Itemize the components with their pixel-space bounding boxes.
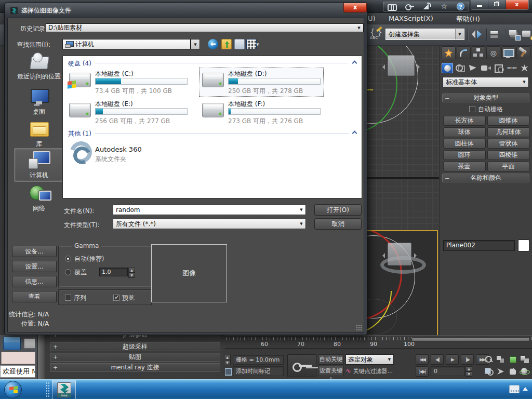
set-keys-button[interactable] xyxy=(287,354,316,377)
object-name-field[interactable]: Plane002 xyxy=(443,240,515,251)
mirror-icon[interactable] xyxy=(471,29,483,41)
drive-icon[interactable] xyxy=(69,103,91,117)
view-menu-icon[interactable] xyxy=(246,39,257,49)
dialog-titlebar[interactable]: 选择位图图像文件 xyxy=(10,6,71,15)
menu-help[interactable]: 帮助(H) xyxy=(456,15,480,24)
pan-hand-icon[interactable] xyxy=(507,366,518,377)
next-frame-button[interactable]: ||▶ xyxy=(461,354,474,365)
sidebar-item-recent-places[interactable]: 最近访问的位置 xyxy=(14,51,64,81)
resize-grip[interactable] xyxy=(356,325,362,331)
setup-button[interactable]: 设置... xyxy=(12,261,57,272)
tray-show-hidden-icon[interactable] xyxy=(523,387,528,391)
auto-key-button[interactable]: 自动关键点 xyxy=(318,354,344,365)
help-icon[interactable]: ? xyxy=(457,3,464,10)
minimize-button[interactable] xyxy=(471,0,488,9)
tab-display[interactable] xyxy=(501,46,515,59)
button-sphere[interactable]: 球体 xyxy=(443,127,486,137)
viewport-layout-icon[interactable] xyxy=(483,366,495,377)
primitive-category-dropdown[interactable]: 标准基本体 ▼ xyxy=(443,77,529,87)
drive-name[interactable]: 本地磁盘 (C:) xyxy=(95,70,134,78)
dialog-close-button[interactable]: x xyxy=(343,3,367,12)
rollout-mental-ray[interactable]: +mental ray 连接 xyxy=(50,363,220,372)
selection-filter-dropdown[interactable]: 选定对象 ▼ xyxy=(345,354,394,365)
info-button[interactable]: 信息... xyxy=(12,276,57,287)
sequence-option[interactable]: 序列 xyxy=(65,294,86,302)
devices-button[interactable]: 设备... xyxy=(12,246,57,257)
gamma-override-spinner[interactable]: 1.0 xyxy=(99,268,128,276)
tab-hierarchy[interactable] xyxy=(472,46,486,59)
lookin-dropdown-arrow[interactable]: ▼ xyxy=(191,39,200,49)
key-icon[interactable] xyxy=(405,3,414,10)
gamma-auto-row[interactable]: 自动(推荐) xyxy=(65,255,104,263)
rollout-extended-params[interactable]: +扩展参数 xyxy=(50,335,220,339)
radio-auto[interactable] xyxy=(65,256,71,262)
view-button[interactable]: 查看 xyxy=(12,291,57,302)
search-icon[interactable] xyxy=(388,3,397,10)
viewport-mid[interactable] xyxy=(364,180,439,230)
align-icon[interactable] xyxy=(489,29,502,41)
key-filters-row[interactable]: ∿ 关键点过滤器... xyxy=(345,366,395,376)
taskbar-3dsmax-button[interactable]: max xyxy=(52,380,76,399)
button-teapot[interactable]: 茶壶 xyxy=(443,162,486,171)
set-key-button[interactable]: 设置关键点 xyxy=(318,366,344,376)
lookin-dropdown[interactable]: 计算机 xyxy=(62,39,191,49)
filename-input[interactable] xyxy=(113,206,297,214)
autodesk-360-icon[interactable] xyxy=(68,140,90,160)
back-icon[interactable] xyxy=(208,39,218,49)
close-button[interactable]: x xyxy=(506,0,528,9)
rollout-maps[interactable]: +贴图 xyxy=(50,353,220,362)
radio-override[interactable] xyxy=(65,269,71,275)
button-box[interactable]: 长方体 xyxy=(443,116,486,126)
preview-option[interactable]: 预览 xyxy=(113,294,135,302)
tab-utilities[interactable] xyxy=(516,46,530,59)
viewcube[interactable] xyxy=(388,243,411,265)
rollout-name-color[interactable]: − 名称和颜色 xyxy=(442,174,529,182)
geometry-icon[interactable] xyxy=(442,63,453,73)
lights-icon[interactable] xyxy=(468,63,479,73)
sidebar-item-desktop[interactable]: 桌面 xyxy=(14,87,64,116)
cancel-button[interactable]: 取消 xyxy=(314,218,362,230)
render-setup-icon[interactable] xyxy=(522,29,532,41)
zoom-extents-selected-icon[interactable] xyxy=(507,354,518,365)
preview-checkbox[interactable] xyxy=(113,295,119,301)
collapse-chevron-icon[interactable] xyxy=(352,131,357,136)
field-of-view-icon[interactable] xyxy=(495,366,507,377)
zoom-icon[interactable] xyxy=(483,354,495,365)
drive-name[interactable]: 本地磁盘 (E:) xyxy=(95,100,133,109)
zoom-all-icon[interactable] xyxy=(495,354,507,365)
drive-name[interactable]: 本地磁盘 (D:) xyxy=(228,70,267,78)
cameras-icon[interactable] xyxy=(480,63,491,73)
zoom-extents-all-icon[interactable] xyxy=(519,354,530,365)
menu-maxscript[interactable]: MAXScript(X) xyxy=(389,15,433,22)
group-header-disks[interactable]: 硬盘 (4) xyxy=(68,59,91,68)
favorites-star-icon[interactable]: ☆ xyxy=(440,3,449,10)
object-color-swatch[interactable] xyxy=(518,240,529,251)
viewport-top[interactable] xyxy=(364,46,439,179)
frame-spinner[interactable]: ▲▼ xyxy=(466,366,472,376)
filetype-dropdown[interactable]: ▼ xyxy=(113,219,306,229)
rollout-supersampling[interactable]: +超级采样 xyxy=(50,342,220,351)
button-plane[interactable]: 平面 xyxy=(487,162,530,171)
filename-combo[interactable]: ▼ xyxy=(113,205,306,215)
previous-frame-button[interactable]: ◀|| xyxy=(431,354,444,365)
named-selection-sets-icon[interactable]: { }ABC xyxy=(370,28,383,42)
tab-modify[interactable] xyxy=(457,46,471,59)
button-cylinder[interactable]: 圆柱体 xyxy=(443,139,486,149)
new-folder-icon[interactable] xyxy=(234,39,245,49)
chevron-down-icon[interactable]: ▼ xyxy=(297,208,305,212)
space-warps-icon[interactable]: ≈≈ xyxy=(506,63,517,73)
viewport-perspective-active[interactable] xyxy=(365,230,438,341)
restore-button[interactable] xyxy=(488,0,506,9)
button-pyramid[interactable]: 四棱锥 xyxy=(487,150,530,160)
collapse-chevron-icon[interactable] xyxy=(352,61,357,66)
tab-create[interactable] xyxy=(442,46,456,59)
key-mode-toggle[interactable]: |◀▶| xyxy=(416,366,429,377)
helpers-icon[interactable] xyxy=(493,63,504,73)
chevron-down-icon[interactable]: ▼ xyxy=(455,29,464,39)
filetype-value[interactable] xyxy=(113,220,297,228)
menu-partial[interactable]: U) xyxy=(368,15,376,22)
communication-icon[interactable] xyxy=(422,3,431,10)
current-frame-field[interactable]: 0 xyxy=(431,366,465,376)
open-button[interactable]: 打开(O) xyxy=(314,204,362,216)
orbit-icon[interactable] xyxy=(519,366,530,377)
